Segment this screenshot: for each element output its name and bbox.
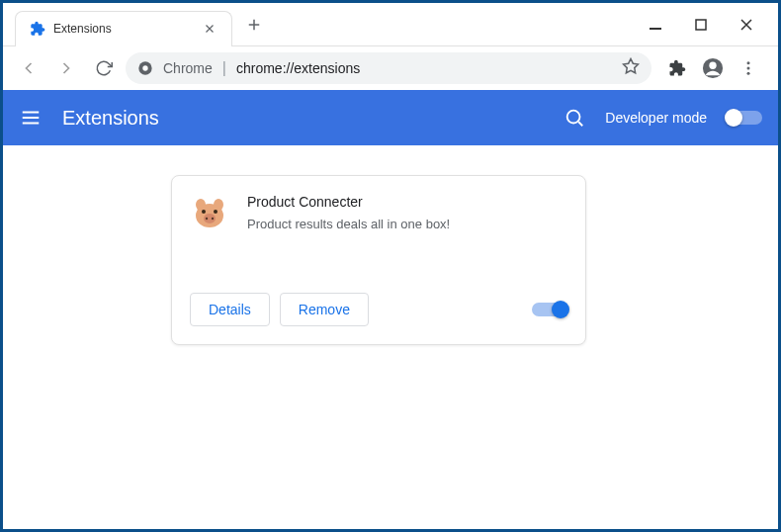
svg-point-15	[206, 218, 208, 220]
titlebar: Extensions	[3, 3, 778, 46]
svg-point-18	[214, 210, 217, 214]
svg-point-17	[202, 210, 206, 214]
remove-button[interactable]: Remove	[280, 293, 369, 326]
browser-tab[interactable]: Extensions	[15, 11, 232, 46]
details-button[interactable]: Details	[190, 293, 270, 326]
new-tab-button[interactable]	[240, 11, 268, 39]
omnibox-separator: |	[222, 59, 226, 77]
profile-icon[interactable]	[699, 54, 727, 82]
svg-point-13	[214, 199, 223, 211]
omnibox-label: Chrome	[163, 60, 213, 76]
extension-toggle[interactable]	[532, 303, 567, 316]
svg-point-6	[709, 62, 716, 69]
svg-point-8	[747, 67, 750, 70]
omnibox[interactable]: Chrome | chrome://extensions	[126, 52, 651, 84]
puzzle-icon	[30, 21, 45, 37]
extension-avatar-icon	[190, 194, 229, 233]
extension-description: Product results deals all in one box!	[247, 216, 567, 233]
close-window-button[interactable]	[735, 13, 758, 37]
addressbar-row: Chrome | chrome://extensions	[3, 46, 778, 90]
svg-point-10	[567, 111, 580, 124]
svg-point-9	[747, 72, 750, 75]
star-icon[interactable]	[622, 57, 640, 79]
forward-button	[50, 52, 82, 84]
back-button[interactable]	[13, 52, 44, 84]
svg-point-3	[142, 65, 147, 70]
window-controls	[644, 13, 778, 37]
developer-mode-toggle[interactable]	[727, 111, 762, 125]
developer-mode-label: Developer mode	[605, 110, 707, 126]
reload-button[interactable]	[88, 52, 120, 84]
svg-marker-4	[624, 59, 639, 73]
chrome-icon	[137, 60, 153, 76]
svg-rect-0	[650, 28, 661, 30]
svg-point-12	[196, 199, 206, 211]
tab-title: Extensions	[53, 22, 194, 36]
svg-rect-1	[696, 20, 706, 30]
svg-point-16	[212, 218, 214, 220]
hamburger-icon[interactable]	[19, 106, 43, 130]
toggle-knob	[552, 301, 569, 318]
close-icon[interactable]	[202, 21, 217, 37]
search-icon[interactable]	[564, 107, 585, 129]
extensions-header: Extensions Developer mode	[3, 90, 778, 145]
extension-name: Product Connecter	[247, 194, 567, 210]
toggle-knob	[725, 109, 742, 127]
toolbar-icons	[657, 54, 768, 82]
page-title: Extensions	[62, 107, 159, 130]
omnibox-url: chrome://extensions	[236, 60, 360, 76]
menu-icon[interactable]	[735, 54, 762, 82]
extension-card: Product Connecter Product results deals …	[171, 175, 586, 345]
extensions-content: Product Connecter Product results deals …	[3, 145, 778, 345]
minimize-button[interactable]	[644, 13, 667, 37]
extensions-icon[interactable]	[663, 54, 691, 82]
svg-point-7	[747, 61, 750, 64]
maximize-button[interactable]	[689, 13, 713, 37]
